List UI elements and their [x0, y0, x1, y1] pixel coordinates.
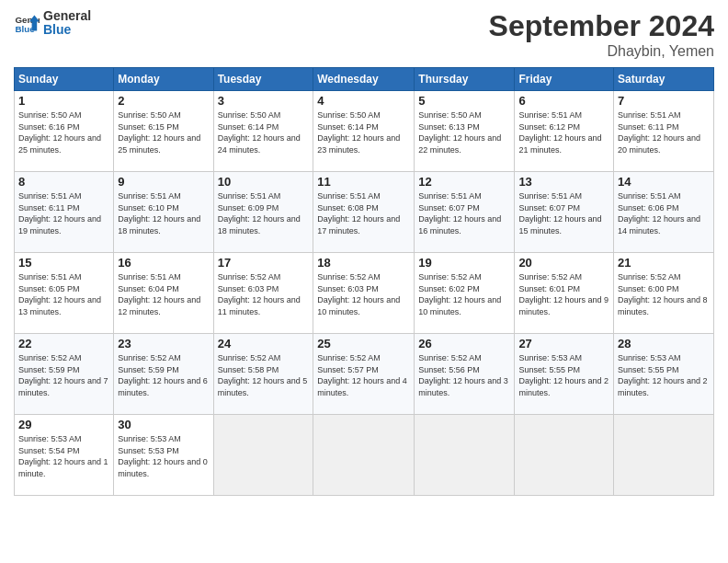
table-row: 4 Sunrise: 5:50 AM Sunset: 6:14 PM Dayli…	[313, 91, 415, 172]
header-row: Sunday Monday Tuesday Wednesday Thursday…	[15, 68, 714, 91]
day-number: 23	[118, 337, 209, 350]
table-row: 9 Sunrise: 5:51 AM Sunset: 6:10 PM Dayli…	[114, 172, 213, 253]
table-row: 20 Sunrise: 5:52 AM Sunset: 6:01 PM Dayl…	[515, 253, 614, 334]
location-subtitle: Dhaybin, Yemen	[489, 43, 714, 60]
day-info: Sunrise: 5:52 AM Sunset: 5:56 PM Dayligh…	[418, 352, 510, 398]
day-info: Sunrise: 5:50 AM Sunset: 6:15 PM Dayligh…	[118, 109, 209, 155]
month-title: September 2024	[489, 9, 714, 43]
day-info: Sunrise: 5:52 AM Sunset: 6:00 PM Dayligh…	[618, 271, 710, 317]
day-info: Sunrise: 5:51 AM Sunset: 6:07 PM Dayligh…	[418, 190, 510, 236]
day-number: 8	[18, 175, 109, 189]
day-number: 17	[218, 256, 310, 270]
day-number: 16	[118, 256, 209, 270]
day-number: 28	[618, 337, 710, 350]
day-number: 12	[418, 175, 510, 189]
day-number: 13	[518, 175, 609, 189]
table-row: 1 Sunrise: 5:50 AM Sunset: 6:16 PM Dayli…	[15, 91, 114, 172]
day-info: Sunrise: 5:52 AM Sunset: 6:01 PM Dayligh…	[518, 271, 609, 317]
day-number: 18	[317, 256, 410, 270]
table-row: 16 Sunrise: 5:51 AM Sunset: 6:04 PM Dayl…	[114, 253, 213, 334]
col-monday: Monday	[114, 68, 213, 91]
table-row: 12 Sunrise: 5:51 AM Sunset: 6:07 PM Dayl…	[415, 172, 515, 253]
logo: General Blue General Blue	[14, 9, 91, 38]
day-info: Sunrise: 5:51 AM Sunset: 6:07 PM Dayligh…	[518, 190, 609, 236]
day-number: 10	[218, 175, 310, 189]
day-number: 20	[518, 256, 609, 270]
table-row: 18 Sunrise: 5:52 AM Sunset: 6:03 PM Dayl…	[313, 253, 415, 334]
logo-line2: Blue	[43, 23, 91, 37]
day-info: Sunrise: 5:51 AM Sunset: 6:06 PM Dayligh…	[618, 190, 710, 236]
day-number: 21	[618, 256, 710, 270]
calendar-week-row: 29 Sunrise: 5:53 AM Sunset: 5:54 PM Dayl…	[15, 415, 714, 496]
table-row: 3 Sunrise: 5:50 AM Sunset: 6:14 PM Dayli…	[213, 91, 313, 172]
day-number: 25	[317, 337, 410, 350]
title-block: September 2024 Dhaybin, Yemen	[489, 9, 714, 60]
table-row	[313, 415, 415, 496]
table-row: 21 Sunrise: 5:52 AM Sunset: 6:00 PM Dayl…	[614, 253, 714, 334]
calendar-week-row: 15 Sunrise: 5:51 AM Sunset: 6:05 PM Dayl…	[15, 253, 714, 334]
day-number: 22	[18, 337, 109, 350]
table-row: 14 Sunrise: 5:51 AM Sunset: 6:06 PM Dayl…	[614, 172, 714, 253]
table-row: 8 Sunrise: 5:51 AM Sunset: 6:11 PM Dayli…	[15, 172, 114, 253]
table-row: 15 Sunrise: 5:51 AM Sunset: 6:05 PM Dayl…	[15, 253, 114, 334]
day-number: 2	[118, 94, 209, 108]
day-number: 7	[618, 94, 710, 108]
table-row: 29 Sunrise: 5:53 AM Sunset: 5:54 PM Dayl…	[15, 415, 114, 496]
table-row: 17 Sunrise: 5:52 AM Sunset: 6:03 PM Dayl…	[213, 253, 313, 334]
day-info: Sunrise: 5:52 AM Sunset: 5:58 PM Dayligh…	[218, 352, 310, 398]
col-tuesday: Tuesday	[213, 68, 313, 91]
col-friday: Friday	[515, 68, 614, 91]
table-row: 26 Sunrise: 5:52 AM Sunset: 5:56 PM Dayl…	[415, 334, 515, 415]
day-number: 26	[418, 337, 510, 350]
table-row: 28 Sunrise: 5:53 AM Sunset: 5:55 PM Dayl…	[614, 334, 714, 415]
logo-icon: General Blue	[14, 10, 40, 36]
calendar-week-row: 22 Sunrise: 5:52 AM Sunset: 5:59 PM Dayl…	[15, 334, 714, 415]
day-info: Sunrise: 5:53 AM Sunset: 5:55 PM Dayligh…	[518, 352, 609, 398]
day-info: Sunrise: 5:51 AM Sunset: 6:11 PM Dayligh…	[618, 109, 710, 155]
table-row: 5 Sunrise: 5:50 AM Sunset: 6:13 PM Dayli…	[415, 91, 515, 172]
table-row: 22 Sunrise: 5:52 AM Sunset: 5:59 PM Dayl…	[15, 334, 114, 415]
day-info: Sunrise: 5:51 AM Sunset: 6:04 PM Dayligh…	[118, 271, 209, 317]
col-sunday: Sunday	[15, 68, 114, 91]
table-row: 13 Sunrise: 5:51 AM Sunset: 6:07 PM Dayl…	[515, 172, 614, 253]
day-info: Sunrise: 5:51 AM Sunset: 6:09 PM Dayligh…	[218, 190, 310, 236]
day-info: Sunrise: 5:51 AM Sunset: 6:11 PM Dayligh…	[18, 190, 109, 236]
calendar-table: Sunday Monday Tuesday Wednesday Thursday…	[14, 67, 714, 496]
table-row: 25 Sunrise: 5:52 AM Sunset: 5:57 PM Dayl…	[313, 334, 415, 415]
logo-line1: General	[43, 9, 91, 23]
day-info: Sunrise: 5:52 AM Sunset: 5:59 PM Dayligh…	[18, 352, 109, 398]
day-number: 29	[18, 418, 109, 431]
day-number: 11	[317, 175, 410, 189]
calendar-week-row: 8 Sunrise: 5:51 AM Sunset: 6:11 PM Dayli…	[15, 172, 714, 253]
table-row: 24 Sunrise: 5:52 AM Sunset: 5:58 PM Dayl…	[213, 334, 313, 415]
table-row: 19 Sunrise: 5:52 AM Sunset: 6:02 PM Dayl…	[415, 253, 515, 334]
table-row: 7 Sunrise: 5:51 AM Sunset: 6:11 PM Dayli…	[614, 91, 714, 172]
day-info: Sunrise: 5:50 AM Sunset: 6:14 PM Dayligh…	[317, 109, 410, 155]
day-number: 19	[418, 256, 510, 270]
day-info: Sunrise: 5:52 AM Sunset: 5:59 PM Dayligh…	[118, 352, 209, 398]
day-info: Sunrise: 5:53 AM Sunset: 5:55 PM Dayligh…	[618, 352, 710, 398]
day-info: Sunrise: 5:51 AM Sunset: 6:05 PM Dayligh…	[18, 271, 109, 317]
table-row: 2 Sunrise: 5:50 AM Sunset: 6:15 PM Dayli…	[114, 91, 213, 172]
day-info: Sunrise: 5:52 AM Sunset: 5:57 PM Dayligh…	[317, 352, 410, 398]
day-info: Sunrise: 5:52 AM Sunset: 6:03 PM Dayligh…	[317, 271, 410, 317]
day-number: 15	[18, 256, 109, 270]
table-row: 23 Sunrise: 5:52 AM Sunset: 5:59 PM Dayl…	[114, 334, 213, 415]
day-number: 27	[518, 337, 609, 350]
table-row: 6 Sunrise: 5:51 AM Sunset: 6:12 PM Dayli…	[515, 91, 614, 172]
day-info: Sunrise: 5:51 AM Sunset: 6:08 PM Dayligh…	[317, 190, 410, 236]
table-row: 27 Sunrise: 5:53 AM Sunset: 5:55 PM Dayl…	[515, 334, 614, 415]
col-wednesday: Wednesday	[313, 68, 415, 91]
day-number: 24	[218, 337, 310, 350]
table-row	[614, 415, 714, 496]
header: General Blue General Blue September 2024…	[14, 9, 714, 60]
col-thursday: Thursday	[415, 68, 515, 91]
day-info: Sunrise: 5:50 AM Sunset: 6:16 PM Dayligh…	[18, 109, 109, 155]
table-row: 30 Sunrise: 5:53 AM Sunset: 5:53 PM Dayl…	[114, 415, 213, 496]
day-info: Sunrise: 5:53 AM Sunset: 5:54 PM Dayligh…	[18, 433, 109, 479]
page: General Blue General Blue September 2024…	[0, 0, 728, 563]
day-number: 6	[518, 94, 609, 108]
day-info: Sunrise: 5:50 AM Sunset: 6:14 PM Dayligh…	[218, 109, 310, 155]
calendar-week-row: 1 Sunrise: 5:50 AM Sunset: 6:16 PM Dayli…	[15, 91, 714, 172]
day-number: 5	[418, 94, 510, 108]
